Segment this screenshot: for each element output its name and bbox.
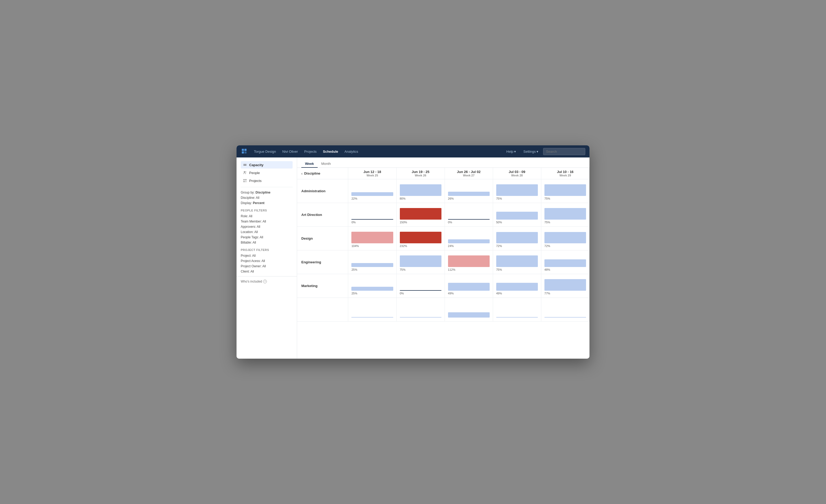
search-input[interactable] <box>543 148 585 155</box>
app-logo <box>241 148 248 155</box>
sidebar-divider-1 <box>241 187 293 187</box>
svg-rect-10 <box>243 181 245 182</box>
capacity-cell <box>493 298 541 321</box>
capacity-percent: 72% <box>496 244 538 248</box>
discipline-label: Marketing <box>297 274 348 298</box>
col-header-week-4: Jul 10 - 16 Week 29 <box>541 168 589 179</box>
capacity-cell: 50% <box>493 203 541 227</box>
project-filters-group: Project Filters Project: All Project Ace… <box>237 248 297 274</box>
capacity-cell: 22% <box>348 179 396 203</box>
svg-rect-5 <box>243 165 246 166</box>
project-filter[interactable]: Project: All <box>241 253 293 258</box>
team-member-filter[interactable]: Team Member: All <box>241 219 293 224</box>
discipline-label: Engineering <box>297 250 348 274</box>
col-header-discipline: ‹ Discipline <box>297 168 348 179</box>
nav-links: Torgue Design Nivi Oliver Projects Sched… <box>251 148 504 155</box>
approvers-filter[interactable]: Approvers: All <box>241 224 293 229</box>
capacity-percent: 0% <box>351 220 393 224</box>
capacity-percent: 77% <box>544 292 586 295</box>
capacity-cell <box>445 298 493 321</box>
back-arrow-button[interactable]: ‹ <box>301 172 303 176</box>
people-tags-filter[interactable]: People Tags: All <box>241 235 293 240</box>
capacity-cell: 49% <box>445 274 493 298</box>
client-filter[interactable]: Client: All <box>241 269 293 274</box>
col-header-week-0: Jun 12 - 18 Week 25 <box>348 168 396 179</box>
capacity-cell: 75% <box>493 250 541 274</box>
capacity-cell: 75% <box>396 250 445 274</box>
sidebar-item-projects[interactable]: Projects <box>241 177 293 184</box>
table-row: Marketing25%0%49%49%77% <box>297 274 589 298</box>
settings-button[interactable]: Settings ▾ <box>521 148 541 155</box>
nav-torgue-design[interactable]: Torgue Design <box>251 148 279 155</box>
svg-rect-2 <box>242 151 244 153</box>
project-access-filter[interactable]: Project Acess: All <box>241 258 293 264</box>
location-filter[interactable]: Location: All <box>241 229 293 235</box>
capacity-percent: 112% <box>448 268 490 271</box>
svg-rect-11 <box>245 181 246 182</box>
discipline-label: Art Direction <box>297 203 348 227</box>
col-header-week-2: Jun 26 - Jul 02 Week 27 <box>445 168 493 179</box>
col-header-week-3: Jul 03 - 09 Week 28 <box>493 168 541 179</box>
nav-schedule[interactable]: Schedule <box>320 148 341 155</box>
capacity-cell: 24% <box>445 227 493 250</box>
display-filter[interactable]: Display: Percent <box>241 200 293 206</box>
svg-rect-3 <box>244 151 246 153</box>
billable-filter[interactable]: Billable: All <box>241 240 293 245</box>
capacity-cell: 25% <box>348 274 396 298</box>
table-row <box>297 298 589 321</box>
sidebar-item-people[interactable]: People <box>241 169 293 176</box>
main-body: Capacity People <box>237 158 589 359</box>
table-row: Engineering25%75%112%75%48% <box>297 250 589 274</box>
capacity-percent: 232% <box>400 244 441 248</box>
role-filter[interactable]: Role: All <box>241 213 293 219</box>
chevron-down-icon: ▾ <box>536 149 538 153</box>
projects-icon <box>243 179 247 183</box>
sidebar-group-by: Group by: Discipline Discipline: All Dis… <box>237 190 297 206</box>
sidebar: Capacity People <box>237 158 297 359</box>
table-row: Art Direction0%150%0%50%75% <box>297 203 589 227</box>
question-icon: ? <box>263 280 267 284</box>
capacity-cell <box>348 298 396 321</box>
project-owner-filter[interactable]: Project Owner: All <box>241 264 293 269</box>
svg-point-7 <box>245 172 246 173</box>
tab-month[interactable]: Month <box>318 160 335 168</box>
sidebar-item-capacity[interactable]: Capacity <box>241 161 293 169</box>
schedule-wrapper: ‹ Discipline Jun 12 - 18 Week 25 Jun 19 … <box>297 168 589 357</box>
capacity-cell: 25% <box>348 250 396 274</box>
capacity-cell: 75% <box>541 179 589 203</box>
nav-right: Help ▾ Settings ▾ <box>504 148 585 155</box>
whos-included[interactable]: Who's included ? <box>241 280 293 284</box>
top-nav: Torgue Design Nivi Oliver Projects Sched… <box>237 145 589 158</box>
view-tabs: Week Month <box>297 158 589 168</box>
capacity-cell: 80% <box>396 179 445 203</box>
capacity-cell: 150% <box>396 203 445 227</box>
capacity-percent: 75% <box>544 220 586 224</box>
capacity-cell: 26% <box>445 179 493 203</box>
capacity-percent: 25% <box>351 292 393 295</box>
app-container: Torgue Design Nivi Oliver Projects Sched… <box>237 145 589 359</box>
svg-rect-8 <box>243 179 245 180</box>
capacity-percent: 25% <box>351 268 393 271</box>
people-icon <box>243 171 247 175</box>
capacity-cell <box>541 298 589 321</box>
group-by-filter[interactable]: Group by: Discipline <box>241 190 293 195</box>
discipline-label: Design <box>297 227 348 250</box>
capacity-cell: 104% <box>348 227 396 250</box>
capacity-cell: 0% <box>445 203 493 227</box>
svg-point-6 <box>244 172 245 173</box>
capacity-percent: 104% <box>351 244 393 248</box>
capacity-percent: 26% <box>448 197 490 200</box>
capacity-percent: 75% <box>496 197 538 200</box>
help-button[interactable]: Help ▾ <box>504 148 519 155</box>
discipline-filter[interactable]: Discipline: All <box>241 195 293 200</box>
tab-week[interactable]: Week <box>301 160 318 168</box>
svg-rect-1 <box>244 149 246 151</box>
capacity-icon <box>243 163 247 167</box>
discipline-label: Administration <box>297 179 348 203</box>
capacity-percent: 0% <box>400 292 441 295</box>
nav-nivi-oliver[interactable]: Nivi Oliver <box>280 148 300 155</box>
nav-analytics[interactable]: Analytics <box>342 148 361 155</box>
schedule-content: Week Month ‹ Discipline <box>297 158 589 359</box>
capacity-percent: 72% <box>544 244 586 248</box>
nav-projects[interactable]: Projects <box>302 148 319 155</box>
